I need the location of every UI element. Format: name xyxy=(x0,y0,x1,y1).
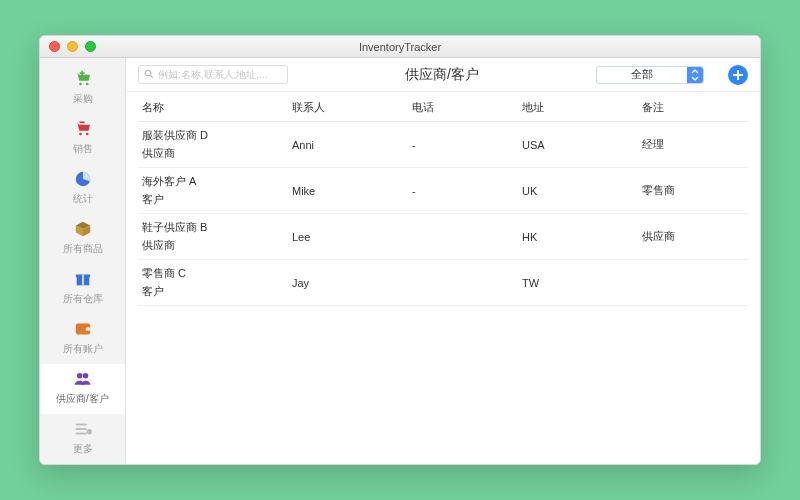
minimize-icon[interactable] xyxy=(67,41,78,52)
sidebar-item-sales[interactable]: 销售 xyxy=(40,114,125,164)
pie-chart-icon xyxy=(73,170,93,188)
cell-phone: - xyxy=(408,122,518,168)
search-icon xyxy=(144,69,154,81)
plus-icon xyxy=(732,69,744,81)
users-icon xyxy=(73,370,93,388)
main-pane: 供应商/客户 全部 名称 联系人 xyxy=(126,58,760,464)
app-window: InventoryTracker 采购 xyxy=(39,35,761,465)
row-type: 供应商 xyxy=(142,238,284,253)
sidebar-item-purchase[interactable]: 采购 xyxy=(40,64,125,114)
svg-rect-1 xyxy=(79,72,84,74)
cell-note: 零售商 xyxy=(638,168,748,214)
contacts-table: 名称 联系人 电话 地址 备注 服装供应商 D供应商Anni-USA经理海外客户… xyxy=(138,92,748,306)
cell-note: 供应商 xyxy=(638,214,748,260)
cell-address: UK xyxy=(518,168,638,214)
svg-rect-25 xyxy=(733,74,743,76)
cell-contact: Lee xyxy=(288,214,408,260)
sidebar-item-stats[interactable]: 统计 xyxy=(40,164,125,214)
sidebar-item-label: 更多 xyxy=(73,442,93,456)
row-type: 客户 xyxy=(142,192,284,207)
sidebar-item-label: 所有商品 xyxy=(63,242,103,256)
sidebar-item-label: 销售 xyxy=(73,142,93,156)
svg-point-3 xyxy=(85,83,88,86)
search-input[interactable] xyxy=(158,69,285,80)
more-icon xyxy=(73,420,93,438)
svg-point-5 xyxy=(79,133,82,136)
row-name: 海外客户 A xyxy=(142,174,284,189)
chevron-updown-icon xyxy=(687,67,703,83)
gift-icon xyxy=(73,270,93,288)
svg-point-6 xyxy=(85,133,88,136)
sidebar-item-label: 统计 xyxy=(73,192,93,206)
svg-line-23 xyxy=(150,75,153,78)
cell-address: TW xyxy=(518,260,638,306)
cell-contact: Mike xyxy=(288,168,408,214)
sidebar-item-more[interactable]: 更多 xyxy=(40,414,125,464)
svg-rect-20 xyxy=(75,433,86,435)
sidebar-item-warehouses[interactable]: 所有仓库 xyxy=(40,264,125,314)
sidebar-item-label: 所有账户 xyxy=(63,342,103,356)
cell-note: 经理 xyxy=(638,122,748,168)
window-title: InventoryTracker xyxy=(40,41,760,53)
table-row[interactable]: 鞋子供应商 B供应商LeeHK供应商 xyxy=(138,214,748,260)
wallet-icon xyxy=(73,320,93,338)
cart-plus-icon xyxy=(73,70,93,88)
col-address[interactable]: 地址 xyxy=(518,92,638,122)
cell-contact: Anni xyxy=(288,122,408,168)
cell-name: 服装供应商 D供应商 xyxy=(138,122,288,168)
sidebar-item-products[interactable]: 所有商品 xyxy=(40,214,125,264)
svg-point-22 xyxy=(145,70,151,76)
cell-phone xyxy=(408,260,518,306)
filter-selected-value: 全部 xyxy=(631,67,653,82)
row-name: 鞋子供应商 B xyxy=(142,220,284,235)
row-name: 服装供应商 D xyxy=(142,128,284,143)
svg-rect-15 xyxy=(85,327,90,331)
svg-point-2 xyxy=(79,83,82,86)
filter-select[interactable]: 全部 xyxy=(596,66,704,84)
table-row[interactable]: 服装供应商 D供应商Anni-USA经理 xyxy=(138,122,748,168)
svg-rect-18 xyxy=(75,424,86,426)
col-name[interactable]: 名称 xyxy=(138,92,288,122)
cell-note xyxy=(638,260,748,306)
col-note[interactable]: 备注 xyxy=(638,92,748,122)
close-icon[interactable] xyxy=(49,41,60,52)
cell-phone: - xyxy=(408,168,518,214)
cell-contact: Jay xyxy=(288,260,408,306)
svg-point-21 xyxy=(86,429,91,434)
sidebar-item-contacts[interactable]: 供应商/客户 xyxy=(40,364,125,414)
row-type: 客户 xyxy=(142,284,284,299)
sidebar: 采购 销售 统计 xyxy=(40,58,126,464)
sidebar-item-label: 所有仓库 xyxy=(63,292,103,306)
table-header-row: 名称 联系人 电话 地址 备注 xyxy=(138,92,748,122)
cell-address: USA xyxy=(518,122,638,168)
sidebar-item-label: 采购 xyxy=(73,92,93,106)
cell-name: 零售商 C客户 xyxy=(138,260,288,306)
svg-point-16 xyxy=(76,373,82,379)
cell-name: 鞋子供应商 B供应商 xyxy=(138,214,288,260)
table-row[interactable]: 海外客户 A客户Mike-UK零售商 xyxy=(138,168,748,214)
add-button[interactable] xyxy=(728,65,748,85)
col-phone[interactable]: 电话 xyxy=(408,92,518,122)
sidebar-item-label: 供应商/客户 xyxy=(56,392,109,406)
cell-phone xyxy=(408,214,518,260)
sidebar-item-accounts[interactable]: 所有账户 xyxy=(40,314,125,364)
search-input-wrap[interactable] xyxy=(138,65,288,84)
titlebar: InventoryTracker xyxy=(40,36,760,58)
svg-rect-4 xyxy=(79,122,84,124)
col-contact[interactable]: 联系人 xyxy=(288,92,408,122)
contacts-table-wrap: 名称 联系人 电话 地址 备注 服装供应商 D供应商Anni-USA经理海外客户… xyxy=(126,92,760,464)
toolbar: 供应商/客户 全部 xyxy=(126,58,760,92)
row-type: 供应商 xyxy=(142,146,284,161)
box-icon xyxy=(73,220,93,238)
row-name: 零售商 C xyxy=(142,266,284,281)
cell-name: 海外客户 A客户 xyxy=(138,168,288,214)
page-title: 供应商/客户 xyxy=(298,66,586,84)
cart-minus-icon xyxy=(73,120,93,138)
cell-address: HK xyxy=(518,214,638,260)
table-row[interactable]: 零售商 C客户JayTW xyxy=(138,260,748,306)
svg-point-17 xyxy=(82,373,88,379)
window-body: 采购 销售 统计 xyxy=(40,58,760,464)
window-controls xyxy=(40,41,96,52)
zoom-icon[interactable] xyxy=(85,41,96,52)
svg-rect-19 xyxy=(75,428,86,430)
